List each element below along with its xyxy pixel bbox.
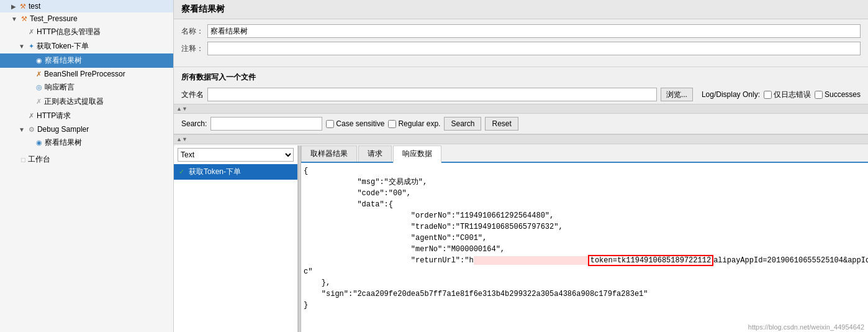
search-button[interactable]: Search [444,117,481,131]
folder-icon: ✦ [29,42,34,50]
collapse-arrow-down: ▼ [182,106,188,112]
log-error-text: 仅日志错误 [774,90,811,100]
collapse-arrow-up: ▲ [176,106,182,112]
sidebar-item-label: BeanShell PreProcessor [44,70,125,78]
name-row: 名称： [181,24,861,38]
watermark: https://blog.csdn.net/weixin_44954642 [748,323,864,331]
expand-icon: ▶ [11,3,16,10]
sidebar-item-label: test [29,2,40,11]
view-tree-icon: ◉ [36,57,42,65]
case-sensitive-label[interactable]: Case sensitive [326,119,384,128]
sidebar-item-label: Debug Sampler [37,125,89,134]
sidebar-item-label: 正则表达式提取器 [44,96,104,107]
sidebar-item-http-header[interactable]: ✗ HTTP信息头管理器 [0,25,173,39]
sidebar-item-label: HTTP信息头管理器 [37,27,101,37]
panel-title: 察看结果树 [174,0,868,19]
case-sensitive-checkbox[interactable] [326,120,334,128]
sidebar-item-view-results2[interactable]: ◉ 察看结果树 [0,136,173,150]
sidebar-item-label: 工作台 [28,154,50,165]
http-header-icon: ✗ [29,28,34,36]
regex-icon: ✗ [36,98,42,106]
blurred-url [474,256,588,265]
sidebar-item-response-assert[interactable]: ◎ 响应断言 [0,80,173,95]
log-error-label[interactable]: 仅日志错误 [764,90,811,100]
comment-row: 注释： [181,42,861,55]
file-input[interactable] [207,88,657,101]
tree-item-label: 获取Token-下单 [189,167,241,177]
expand-icon: ▼ [11,16,17,22]
tab-response[interactable]: 响应数据 [393,145,441,163]
token-highlight: token=tk1194910685189722112 [588,255,713,266]
tab-response-label: 响应数据 [402,149,432,158]
collapse-arrow2-down: ▼ [182,136,188,142]
tab-request-label: 请求 [368,149,382,158]
name-label: 名称： [181,26,204,37]
sidebar-item-http-request[interactable]: ✗ HTTP请求 [0,109,173,123]
tab-request[interactable]: 请求 [358,145,392,162]
regular-exp-checkbox[interactable] [388,120,396,128]
http-req-icon: ✗ [29,112,34,120]
successes-checkbox[interactable] [815,91,823,99]
sidebar-item-test[interactable]: ▶ ⚒ test [0,0,173,12]
debug-icon: ⚙ [29,126,35,134]
browse-button[interactable]: 浏览... [661,88,693,101]
collapse-bar-2[interactable]: ▲ ▼ [174,134,868,144]
section-divider [174,67,868,67]
tab-sampler[interactable]: 取样器结果 [301,145,357,162]
format-select-wrap: Text RegExp Tester CSS/JQuery Tester XPa… [174,145,297,164]
name-input[interactable] [207,24,861,38]
sidebar-item-label: HTTP请求 [37,111,71,121]
sidebar-item-label: 察看结果树 [45,137,82,148]
title-text: 察看结果树 [181,4,225,14]
successes-text: Successes [825,90,861,99]
sidebar: ▶ ⚒ test ▼ ⚒ Test_Pressure ✗ HTTP信息头管理器 … [0,0,174,332]
content-area: Text RegExp Tester CSS/JQuery Tester XPa… [174,145,868,332]
assert-icon: ◎ [36,83,42,91]
tab-sampler-label: 取样器结果 [310,149,348,158]
log-display-label: Log/Display Only: [702,90,760,99]
right-panel: 取样器结果 请求 响应数据 { "msg":"交易成功", "code":"00… [301,145,868,332]
comment-label: 注释： [181,44,204,54]
test-pressure-icon: ⚒ [21,15,27,23]
sidebar-item-label: 响应断言 [45,82,75,93]
format-select[interactable]: Text RegExp Tester CSS/JQuery Tester XPa… [178,148,294,162]
comment-input[interactable] [207,42,861,55]
sidebar-item-regex[interactable]: ✗ 正则表达式提取器 [0,95,173,109]
success-icon: ✓ [179,168,184,176]
file-row: 文件名 浏览... Log/Display Only: 仅日志错误 Succes… [174,85,868,104]
reset-button[interactable]: Reset [485,117,518,131]
workbench-icon: □ [21,156,25,164]
main-panel: 察看结果树 名称： 注释： 所有数据写入一个文件 文件名 浏览... Log/D… [174,0,868,332]
search-input[interactable] [210,117,322,131]
sidebar-item-label: 获取Token-下单 [37,41,89,52]
search-bar: Search: Case sensitive Regular exp. Sear… [174,114,868,134]
sidebar-item-debug-sampler[interactable]: ▼ ⚙ Debug Sampler [0,123,173,136]
expand-icon: ▼ [19,43,25,50]
tree-item-get-token[interactable]: ✓ 获取Token-下单 [174,164,297,180]
bean-icon: ✗ [36,70,42,78]
sidebar-item-get-token[interactable]: ▼ ✦ 获取Token-下单 [0,39,173,53]
log-error-checkbox[interactable] [764,91,772,99]
search-label: Search: [181,119,207,128]
subsection-title: 所有数据写入一个文件 [174,70,868,85]
successes-label[interactable]: Successes [815,90,861,99]
sidebar-item-test-pressure[interactable]: ▼ ⚒ Test_Pressure [0,12,173,25]
collapse-arrow2-up: ▲ [176,136,182,142]
sidebar-item-beanshell[interactable]: ✗ BeanShell PreProcessor [0,68,173,80]
case-sensitive-text: Case sensitive [336,119,384,128]
tabs-bar: 取样器结果 请求 响应数据 [301,145,868,163]
regular-exp-text: Regular exp. [398,119,440,128]
sidebar-item-label: 察看结果树 [45,55,82,66]
test-icon: ⚒ [20,2,26,11]
sidebar-item-label: Test_Pressure [30,14,78,23]
expand-icon: ▼ [19,126,25,133]
log-options: Log/Display Only: 仅日志错误 Successes [702,90,861,100]
sidebar-item-workbench[interactable]: □ 工作台 [0,152,173,167]
left-panel: Text RegExp Tester CSS/JQuery Tester XPa… [174,145,298,332]
sidebar-item-view-results[interactable]: ◉ 察看结果树 [0,53,173,68]
collapse-bar-1[interactable]: ▲ ▼ [174,104,868,114]
view-tree2-icon: ◉ [36,139,42,147]
response-content: { "msg":"交易成功", "code":"00", "data":{ "o… [301,163,868,332]
regular-exp-label[interactable]: Regular exp. [388,119,440,128]
file-label: 文件名 [181,90,204,100]
